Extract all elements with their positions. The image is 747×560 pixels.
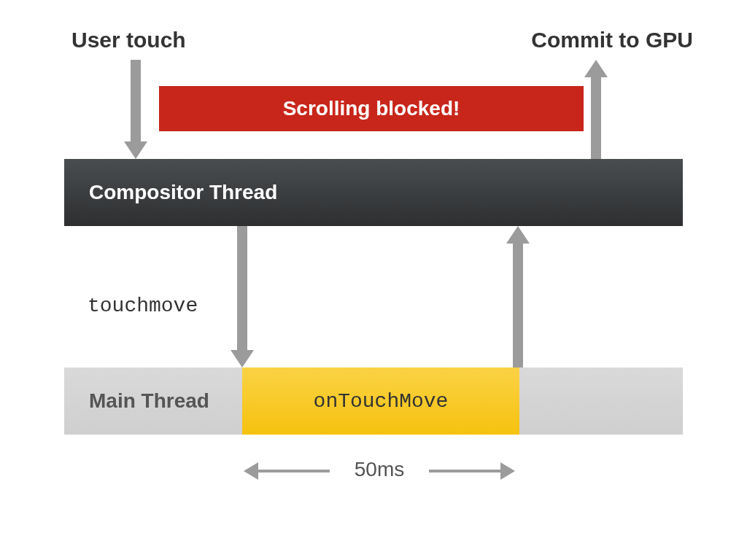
arrowhead-down-icon [124, 141, 147, 159]
arrowhead-right-icon [500, 462, 515, 480]
span-duration-right [429, 470, 502, 472]
banner-scrolling-blocked: Scrolling blocked! [159, 86, 584, 131]
label-duration: 50ms [336, 458, 423, 481]
segment-ontouchmove-label: onTouchMove [314, 390, 449, 413]
arrowhead-down-icon [231, 350, 254, 368]
arrow-user-touch-down [131, 60, 141, 144]
bar-compositor-thread-label: Compositor Thread [89, 181, 277, 204]
bar-main-thread-label: Main Thread [89, 368, 209, 435]
arrow-touchmove-down [237, 226, 247, 353]
arrowhead-up-icon [506, 226, 530, 244]
label-user-touch: User touch [71, 28, 186, 52]
span-duration-left [257, 470, 330, 472]
label-touchmove-event: touchmove [88, 295, 198, 317]
bar-main-thread: Main Thread onTouchMove [64, 368, 683, 435]
diagram-stage: User touch Commit to GPU Scrolling block… [0, 0, 747, 560]
label-commit-gpu: Commit to GPU [531, 28, 693, 52]
arrow-return-up [513, 241, 523, 368]
arrow-commit-gpu-up [591, 74, 601, 159]
arrowhead-left-icon [244, 462, 258, 480]
bar-compositor-thread: Compositor Thread [64, 159, 683, 226]
segment-ontouchmove: onTouchMove [242, 368, 519, 435]
arrowhead-up-icon [584, 60, 608, 77]
